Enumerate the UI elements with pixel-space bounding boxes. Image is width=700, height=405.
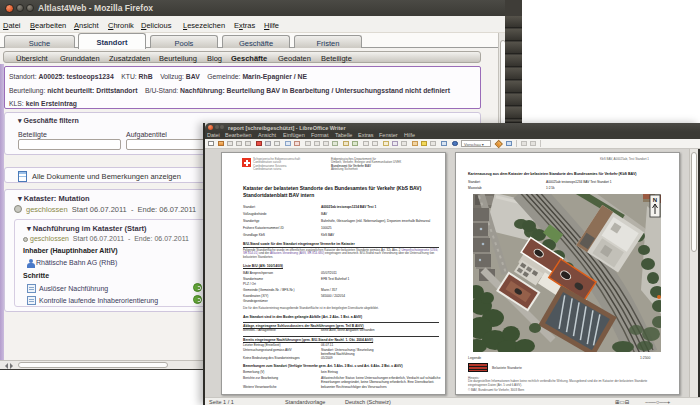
- svg-text:N: N: [653, 197, 657, 203]
